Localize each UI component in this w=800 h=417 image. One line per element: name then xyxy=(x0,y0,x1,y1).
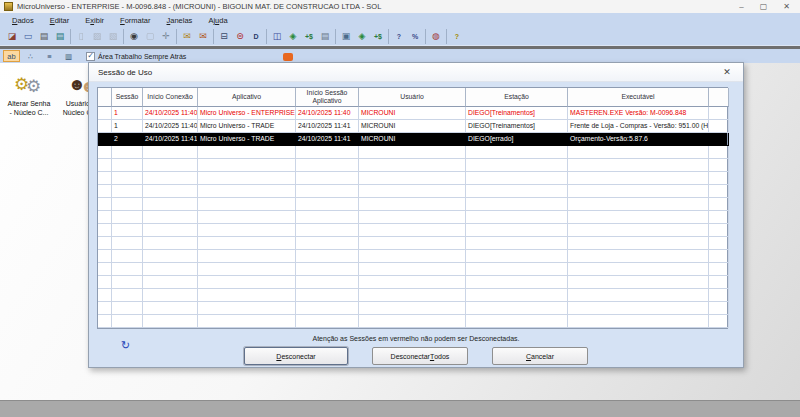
session-row[interactable]: 124/10/2025 11:40Micro Universo - TRADE2… xyxy=(98,120,727,133)
dialog-titlebar[interactable]: Sessão de Uso ✕ xyxy=(89,63,743,82)
table-cell xyxy=(709,250,729,263)
table-cell xyxy=(112,159,143,172)
image-icon[interactable]: ▣ xyxy=(338,29,354,44)
table-cell xyxy=(568,185,709,198)
toolbar-group: ?% xyxy=(388,29,425,44)
percent-icon[interactable]: % xyxy=(407,29,423,44)
table-cell xyxy=(359,159,466,172)
table-cell xyxy=(359,198,466,211)
user-in-icon[interactable]: ◈ xyxy=(285,29,301,44)
details-button[interactable]: ≡ xyxy=(41,50,58,62)
value-in-icon[interactable]: +$ xyxy=(301,29,317,44)
toolbar-group: ◍ xyxy=(425,29,446,44)
database-icon[interactable]: ⊜ xyxy=(232,29,248,44)
table-cell xyxy=(568,276,709,289)
window-title: MicroUniverso - ENTERPRISE - M-0096.848 … xyxy=(17,2,739,11)
globe-icon[interactable]: ◍ xyxy=(428,29,444,44)
table-cell: 1 xyxy=(112,107,143,120)
table-cell xyxy=(296,198,359,211)
session-row[interactable]: 224/10/2025 11:41Micro Universo - TRADE2… xyxy=(98,133,727,146)
table-cell xyxy=(112,315,143,328)
delete-icon[interactable]: ▯ xyxy=(73,29,89,44)
menu-ajuda[interactable]: Ajuda xyxy=(200,16,235,25)
sort-button[interactable]: ab xyxy=(3,50,20,62)
restore-icon[interactable]: ▨ xyxy=(89,29,105,44)
table-cell: MICROUNI xyxy=(359,107,466,120)
table-cell xyxy=(466,250,568,263)
table-cell: 24/10/2025 11:40 xyxy=(143,107,198,120)
dialog-footer: ↻ Atenção as Sessões em vermelho não pod… xyxy=(89,335,743,365)
table-cell xyxy=(296,263,359,276)
shortcut-alterar-senha[interactable]: ⚙⚙ Alterar Senha - Núcleo C... xyxy=(2,71,56,117)
table-cell: 2 xyxy=(112,133,143,146)
table-cell: 24/10/2025 11:40 xyxy=(296,107,359,120)
print-setup-icon[interactable]: ▤ xyxy=(52,29,68,44)
menu-dados[interactable]: Dados xyxy=(4,16,42,25)
table-cell xyxy=(466,159,568,172)
context-help-icon[interactable]: ? xyxy=(391,29,407,44)
checkbox-check-icon: ✓ xyxy=(86,52,95,61)
table-cell xyxy=(568,224,709,237)
table-cell xyxy=(466,185,568,198)
value-in2-icon[interactable]: +$ xyxy=(370,29,386,44)
hierarchy-button[interactable]: ∴ xyxy=(22,50,39,62)
window-titlebar[interactable]: MicroUniverso - ENTERPRISE - M-0096.848 … xyxy=(0,0,800,13)
data-d-icon[interactable]: D xyxy=(248,29,264,44)
table-cell xyxy=(98,263,112,276)
desktop-behind-checkbox[interactable]: ✓ Área Trabalho Sempre Atrás xyxy=(86,52,186,61)
table-cell xyxy=(198,211,296,224)
table-header-row: SessãoInício ConexãoAplicativoInício Ses… xyxy=(98,88,727,107)
table-cell xyxy=(568,315,709,328)
menu-exibir[interactable]: Exibir xyxy=(77,16,112,25)
table-cell xyxy=(98,120,112,133)
empty-row xyxy=(98,250,727,263)
toolbar-group: ◫◈+$▤ xyxy=(266,29,335,44)
import-icon[interactable]: ✉ xyxy=(195,29,211,44)
help-icon[interactable]: ? xyxy=(449,29,465,44)
table-cell: 24/10/2025 11:41 xyxy=(296,133,359,146)
desconectar-todos-button[interactable]: Desconectar Todos xyxy=(372,347,468,365)
table-cell: Micro Universo - TRADE xyxy=(198,120,296,133)
notes-icon[interactable]: ▤ xyxy=(317,29,333,44)
table-cell: 1 xyxy=(112,120,143,133)
table-cell xyxy=(466,211,568,224)
cancelar-button[interactable]: Cancelar xyxy=(492,347,588,365)
menu-editar[interactable]: Editar xyxy=(42,16,78,25)
grid-icon[interactable]: ▢ xyxy=(142,29,158,44)
user-in2-icon[interactable]: ◈ xyxy=(354,29,370,44)
empty-row xyxy=(98,263,727,276)
column-header: Sessão xyxy=(112,88,143,107)
menu-janelas[interactable]: Janelas xyxy=(159,16,201,25)
window-data-icon[interactable]: ◫ xyxy=(269,29,285,44)
refresh-icon[interactable]: ↻ xyxy=(121,339,130,352)
table-cell xyxy=(112,250,143,263)
columns-button[interactable]: ▥ xyxy=(60,50,77,62)
table-cell xyxy=(709,276,729,289)
dialog-close-icon[interactable]: ✕ xyxy=(720,67,734,77)
exit-icon[interactable]: ◪ xyxy=(4,29,20,44)
minimize-icon[interactable]: – xyxy=(739,2,743,11)
maximize-icon[interactable]: ▢ xyxy=(760,2,768,11)
duplicate-icon[interactable]: ▧ xyxy=(105,29,121,44)
session-row[interactable]: 124/10/2025 11:40Micro Universo - ENTERP… xyxy=(98,107,727,120)
print-icon[interactable]: ▤ xyxy=(36,29,52,44)
export-icon[interactable]: ✉ xyxy=(179,29,195,44)
table-cell xyxy=(709,120,729,133)
move-icon[interactable]: ✛ xyxy=(158,29,174,44)
empty-row xyxy=(98,315,727,328)
window-controls: –▢✕ xyxy=(739,2,796,11)
desconectar-button[interactable]: Desconectar xyxy=(244,347,348,365)
table-cell xyxy=(98,133,112,146)
menu-formatar[interactable]: Formatar xyxy=(112,16,158,25)
close-icon[interactable]: ✕ xyxy=(783,2,790,11)
table-cell xyxy=(112,289,143,302)
table-cell xyxy=(112,276,143,289)
table-cell xyxy=(112,211,143,224)
table-cell xyxy=(98,302,112,315)
table-cell: DIEGO[Treinamentos] xyxy=(466,107,568,120)
search-icon[interactable]: ◉ xyxy=(126,29,142,44)
toolbar-group: ✉✉ xyxy=(176,29,213,44)
monitor-icon[interactable]: ▭ xyxy=(20,29,36,44)
tree-view-icon[interactable]: ⊟ xyxy=(216,29,232,44)
table-cell xyxy=(98,289,112,302)
